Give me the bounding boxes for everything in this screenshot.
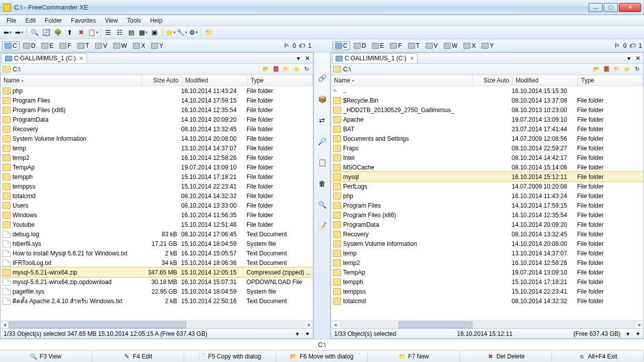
drive-d[interactable]: D bbox=[351, 41, 369, 50]
fn-del[interactable]: ✖Del Delete bbox=[460, 350, 552, 362]
drive-e[interactable]: E bbox=[39, 41, 56, 50]
menu-help[interactable]: Help bbox=[145, 16, 167, 25]
file-row[interactable]: temp13.10.2014 14:37:07File folder bbox=[1, 143, 313, 153]
drive-c[interactable]: C bbox=[2, 41, 20, 50]
file-row[interactable]: mysql-5.6.21-winx64.zip347.65 MB15.10.20… bbox=[1, 267, 313, 277]
file-row[interactable]: Program Files14.10.2014 17:59:15File fol… bbox=[1, 96, 313, 105]
col-type[interactable]: Type bbox=[248, 75, 313, 85]
file-row[interactable]: ProgramData14.10.2014 20:09:20File folde… bbox=[1, 115, 313, 124]
col-size[interactable]: Size Auto bbox=[472, 75, 513, 85]
file-row[interactable]: totalcmd08.10.2014 14:32:32File folder bbox=[1, 191, 313, 201]
fn-f3[interactable]: 🔍F3 View bbox=[0, 350, 92, 362]
maximize-button[interactable]: ▢ bbox=[604, 3, 618, 12]
compare-icon[interactable]: 📦 bbox=[316, 94, 328, 105]
drive-d[interactable]: D bbox=[21, 41, 38, 50]
dropdown-icon[interactable]: ▾ bbox=[625, 55, 632, 62]
file-row[interactable]: temp216.10.2014 12:58:26File folder bbox=[1, 153, 313, 162]
up-icon[interactable]: ⬆ bbox=[64, 27, 75, 38]
fn-f4[interactable]: ✎F4 Edit bbox=[92, 350, 184, 362]
status-dropdown-icon[interactable]: ▾ bbox=[626, 330, 629, 337]
tools-icon[interactable]: 🔎 bbox=[316, 136, 328, 147]
file-row[interactable]: tempph15.10.2014 17:18:21File folder bbox=[331, 277, 643, 287]
col-name[interactable]: Name▴ bbox=[331, 75, 472, 85]
tool1-icon[interactable]: 🔧 bbox=[176, 27, 187, 38]
file-row[interactable]: $Recycle.Bin08.10.2014 13:37:08File fold… bbox=[331, 96, 643, 105]
status-gear-icon[interactable]: ✦ bbox=[305, 330, 310, 337]
right-path[interactable]: C:\ bbox=[343, 66, 592, 73]
drive-v[interactable]: V bbox=[93, 41, 110, 50]
drive-v[interactable]: V bbox=[423, 41, 440, 50]
drive-w[interactable]: W bbox=[111, 41, 129, 50]
file-row[interactable]: ⬑..16.10.2014 15:15:30 bbox=[331, 86, 643, 96]
file-row[interactable]: Recovery08.10.2014 13:32:45File folder bbox=[331, 229, 643, 239]
col-name[interactable]: Name▴ bbox=[1, 75, 142, 85]
file-row[interactable]: hiberfil.sys17.21 GB15.10.2014 18:04:59S… bbox=[1, 239, 313, 248]
file-row[interactable]: tempph15.10.2014 17:18:21File folder bbox=[1, 172, 313, 182]
refresh-icon[interactable]: 🔄 bbox=[41, 27, 52, 38]
menu-view[interactable]: View bbox=[100, 16, 122, 25]
left-path[interactable]: C:\ bbox=[13, 66, 262, 73]
drive-x[interactable]: X bbox=[461, 41, 478, 50]
command-line[interactable]: C:\ bbox=[0, 339, 644, 350]
file-row[interactable]: pagefile.sys22.95 GB15.10.2014 18:04:59S… bbox=[1, 287, 313, 296]
drive-f[interactable]: F bbox=[387, 41, 404, 50]
fn-alt+f4[interactable]: ⎋Alt+F4 Exit bbox=[552, 350, 644, 362]
close-button[interactable]: ✕ bbox=[619, 3, 641, 12]
file-row[interactable]: BAT23.07.2014 17:41:44File folder bbox=[331, 124, 643, 134]
swap-icon[interactable]: ⇄ bbox=[316, 115, 328, 126]
col-size[interactable]: Size Auto bbox=[142, 75, 182, 85]
file-row[interactable]: ติดตั้ง Apache 2.4.10 สำหรับ Windows.txt… bbox=[1, 296, 313, 306]
fn-f6[interactable]: 📂F6 Move with dialog bbox=[276, 350, 368, 362]
file-row[interactable]: Program Files14.10.2014 17:59:15File fol… bbox=[331, 201, 643, 210]
view4-icon[interactable]: ▦ bbox=[137, 27, 148, 38]
file-row[interactable]: Program Files (x86)16.10.2014 12:35:54Fi… bbox=[331, 210, 643, 220]
fn-f7[interactable]: 📁F7 New bbox=[368, 350, 460, 362]
file-row[interactable]: MSOCache08.10.2014 15:14:06File folder bbox=[331, 162, 643, 172]
path-btn3[interactable]: 📁 bbox=[282, 65, 291, 73]
drive-c[interactable]: C bbox=[333, 41, 350, 50]
drive-e[interactable]: E bbox=[369, 41, 386, 50]
left-hscroll[interactable]: ◂▸ bbox=[1, 320, 313, 328]
sync-icon[interactable]: 🔗 bbox=[316, 72, 328, 83]
menu-favorites[interactable]: Favorites bbox=[66, 16, 100, 25]
tree-icon[interactable]: 🌳 bbox=[52, 27, 63, 38]
back-button[interactable]: ⬅ bbox=[2, 27, 13, 38]
menu-folder[interactable]: Folder bbox=[40, 16, 66, 25]
col-modified[interactable]: Modified bbox=[182, 75, 248, 85]
file-row[interactable]: Fraps08.10.2014 22:59:27File folder bbox=[331, 143, 643, 153]
view5-icon[interactable]: ▣ bbox=[149, 27, 160, 38]
file-row[interactable]: Intel08.10.2014 14:42:17File folder bbox=[331, 153, 643, 162]
path-btn1[interactable]: 📂 bbox=[592, 65, 601, 73]
file-row[interactable]: TempAp19.07.2014 13:09:10File folder bbox=[1, 162, 313, 172]
right-tab[interactable]: C:GALLIMIMUS_1 (C:) ✕ bbox=[332, 53, 418, 63]
view3-icon[interactable]: ▤ bbox=[126, 27, 137, 38]
path-btn3[interactable]: 📁 bbox=[612, 65, 621, 73]
menu-edit[interactable]: Edit bbox=[21, 16, 40, 25]
file-row[interactable]: _HDD2TB_20130529_2750_Gallimimus_08.10.2… bbox=[331, 105, 643, 115]
file-row[interactable]: Program Files (x86)16.10.2014 12:35:54Fi… bbox=[1, 105, 313, 115]
status-gear-icon[interactable]: ✦ bbox=[635, 330, 640, 337]
left-tab[interactable]: C:GALLIMIMUS_1 (C:) ✕ bbox=[2, 53, 87, 63]
file-row[interactable]: mysql16.10.2014 15:12:11File folder bbox=[331, 172, 643, 182]
file-row[interactable]: System Volume Information14.10.2014 20:0… bbox=[1, 134, 313, 143]
file-row[interactable]: php16.10.2014 11:43:24File folder bbox=[1, 86, 313, 96]
magnify-icon[interactable]: 🔍 bbox=[316, 199, 328, 210]
drive-t[interactable]: T bbox=[406, 41, 422, 50]
col-modified[interactable]: Modified bbox=[513, 75, 578, 85]
file-row[interactable]: TempAp19.07.2014 13:09:10File folder bbox=[331, 267, 643, 277]
drive-w[interactable]: W bbox=[441, 41, 460, 50]
closepanel-icon[interactable]: ✕ bbox=[303, 55, 312, 62]
file-row[interactable]: Documents and Settings14.07.2009 12:08:5… bbox=[331, 134, 643, 143]
left-filelist[interactable]: php16.10.2014 11:43:24File folderProgram… bbox=[1, 86, 313, 320]
menu-file[interactable]: File bbox=[2, 16, 21, 25]
close-icon[interactable]: ✕ bbox=[410, 55, 414, 62]
file-row[interactable]: PerfLogs14.07.2009 10:20:08File folder bbox=[331, 182, 643, 191]
forward-button[interactable]: ➡ bbox=[14, 27, 25, 38]
status-dropdown-icon[interactable]: ▾ bbox=[296, 330, 299, 337]
right-hscroll[interactable]: ◂▸ bbox=[331, 320, 643, 328]
search-icon[interactable]: 🔍 bbox=[29, 27, 40, 38]
edit-icon[interactable]: 📝 bbox=[316, 220, 328, 231]
path-btn5[interactable]: ↻ bbox=[632, 65, 641, 73]
dropdown-icon[interactable]: ▾ bbox=[295, 55, 302, 62]
file-row[interactable]: Youtube15.10.2014 12:51:46File folder bbox=[1, 220, 313, 229]
